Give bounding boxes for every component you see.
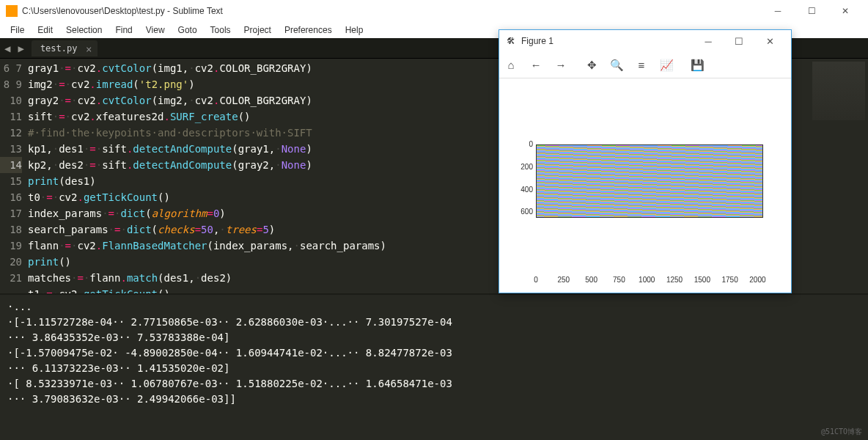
figure-minimize-button[interactable]: ─ [693,30,724,52]
tab-label: test.py [40,43,78,54]
back-icon[interactable]: ← [529,58,543,73]
line-number: 9 [16,78,22,90]
figure-maximize-button[interactable]: ☐ [724,30,754,52]
window-maximize-button[interactable]: ☐ [795,0,828,22]
x-tick: 0 [534,276,538,284]
history-forward-button[interactable]: ▶ [18,43,23,54]
line-number: 13 [10,143,22,155]
tab-testpy[interactable]: test.py × [32,40,98,56]
menu-goto[interactable]: Goto [172,23,203,37]
save-icon[interactable]: 💾 [690,58,705,73]
line-number: 17 [10,208,22,219]
figure-icon: 🛠 [505,35,517,47]
line-number: 18 [10,224,22,235]
x-tick: 250 [557,276,570,284]
output-panel[interactable]: ·... ·[-1.11572728e-04·· 2.77150865e-03·… [0,293,868,440]
menu-find[interactable]: Find [109,23,138,37]
menu-view[interactable]: View [140,23,171,37]
menu-project[interactable]: Project [238,23,277,37]
window-minimize-button[interactable]: ─ [761,0,795,22]
window-title: C:\Users\lenovouser\Desktop\test.py - Su… [22,6,761,16]
menu-tools[interactable]: Tools [205,23,237,37]
forward-icon[interactable]: → [553,58,568,73]
menu-selection[interactable]: Selection [60,23,108,37]
y-tick: 600 [514,208,533,216]
window-close-button[interactable]: ✕ [828,0,862,22]
line-number: 6 [4,62,10,74]
plot-image [536,144,763,218]
line-number: 20 [10,256,22,268]
x-tick: 1250 [666,276,683,284]
menu-edit[interactable]: Edit [32,23,59,37]
window-titlebar: C:\Users\lenovouser\Desktop\test.py - Su… [0,0,868,22]
figure-close-button[interactable]: ✕ [754,30,785,52]
axes-icon[interactable]: 📈 [659,58,674,73]
line-number: 10 [10,95,22,106]
x-tick: 750 [613,276,625,284]
line-number: 14 [0,157,22,173]
x-tick: 1000 [639,276,655,284]
y-tick: 0 [514,140,533,148]
minimap[interactable] [809,59,868,293]
x-tick: 1500 [694,276,710,284]
menu-file[interactable]: File [4,23,30,37]
figure-titlebar[interactable]: 🛠 Figure 1 ─ ☐ ✕ [499,30,791,52]
x-tick: 500 [585,276,597,284]
subplots-icon[interactable]: ≡ [634,58,649,73]
line-number: 16 [10,191,22,203]
line-number: 19 [10,240,22,252]
y-tick: 400 [514,186,533,194]
tab-close-button[interactable]: × [86,43,92,55]
line-gutter: 6 7 8 9 10 11 12 13 14 15 16 17 18 19 20… [0,59,28,293]
line-number: 15 [10,175,22,187]
line-number: 12 [10,127,22,139]
y-tick: 200 [514,163,533,171]
pan-icon[interactable]: ✥ [584,58,599,73]
zoom-icon[interactable]: 🔍 [609,58,624,73]
line-number: 21 [10,272,22,284]
menu-preferences[interactable]: Preferences [279,23,338,37]
line-number: 11 [10,111,22,122]
app-icon [6,5,18,17]
figure-window[interactable]: 🛠 Figure 1 ─ ☐ ✕ ⌂ ← → ✥ 🔍 ≡ 📈 💾 0200400… [499,29,792,293]
figure-title: Figure 1 [521,36,693,46]
x-tick: 1750 [722,276,738,284]
line-number: 8 [4,78,10,90]
x-tick: 2000 [749,276,765,284]
line-number: 7 [16,62,22,74]
menu-help[interactable]: Help [339,23,369,37]
history-back-button[interactable]: ◀ [4,43,10,54]
home-icon[interactable]: ⌂ [504,58,518,73]
figure-toolbar: ⌂ ← → ✥ 🔍 ≡ 📈 💾 [499,52,791,78]
plot-canvas[interactable]: 0200400600025050075010001250150017502000 [499,78,791,293]
watermark: @51CTO博客 [821,427,862,437]
